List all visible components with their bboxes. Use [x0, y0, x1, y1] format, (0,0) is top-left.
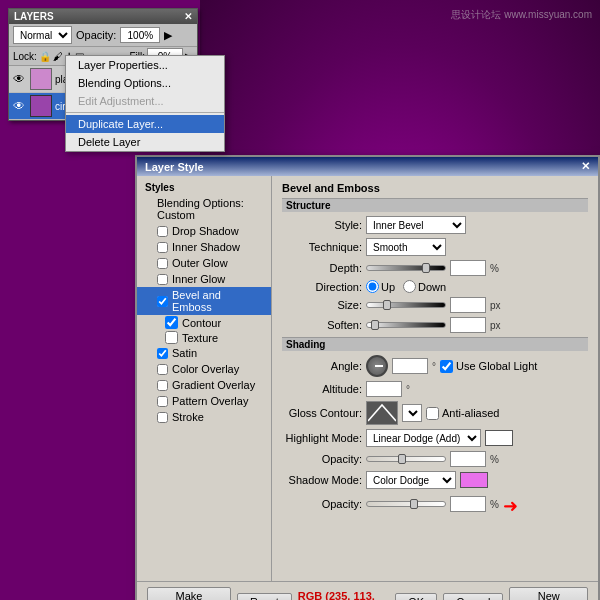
menu-item-layer-properties[interactable]: Layer Properties... — [66, 56, 224, 74]
depth-slider[interactable] — [366, 265, 446, 271]
cancel-button[interactable]: Cancel — [443, 593, 503, 600]
opacity-arrow[interactable]: ▶ — [164, 29, 172, 42]
technique-select[interactable]: Smooth — [366, 238, 446, 256]
bevel-emboss-label: Bevel and Emboss — [172, 289, 263, 313]
highlight-opacity-slider[interactable] — [366, 456, 446, 462]
blend-mode-select[interactable]: Normal — [13, 26, 72, 44]
direction-down-radio[interactable] — [403, 280, 416, 293]
reset-button[interactable]: Reset — [237, 593, 292, 600]
soften-input[interactable]: 1 — [450, 317, 486, 333]
global-light-label[interactable]: Use Global Light — [440, 360, 537, 373]
style-color-overlay[interactable]: Color Overlay — [137, 361, 271, 377]
depth-field-label: Depth: — [282, 262, 362, 274]
direction-field-label: Direction: — [282, 281, 362, 293]
outer-glow-checkbox[interactable] — [157, 258, 168, 269]
highlight-opacity-thumb[interactable] — [398, 454, 406, 464]
style-outer-glow[interactable]: Outer Glow — [137, 255, 271, 271]
brush-icon[interactable]: 🖌 — [53, 51, 63, 62]
inner-glow-checkbox[interactable] — [157, 274, 168, 285]
shadow-opacity-slider[interactable] — [366, 501, 446, 507]
shadow-color-swatch[interactable] — [460, 472, 488, 488]
highlight-opacity-label: Opacity: — [282, 453, 362, 465]
style-texture[interactable]: Texture — [137, 330, 271, 345]
anti-aliased-checkbox[interactable] — [426, 407, 439, 420]
gradient-overlay-label: Gradient Overlay — [172, 379, 255, 391]
menu-item-duplicate-layer[interactable]: Duplicate Layer... — [66, 115, 224, 133]
shadow-opacity-label: Opacity: — [282, 498, 362, 510]
contour-select[interactable]: ▼ — [402, 404, 422, 422]
bevel-emboss-checkbox[interactable] — [157, 296, 168, 307]
opacity-input[interactable] — [120, 27, 160, 43]
dialog-footer: Make Default Reset RGB (235, 113, 236) O… — [137, 581, 598, 600]
direction-up-option[interactable]: Up — [366, 280, 395, 293]
stroke-checkbox[interactable] — [157, 412, 168, 423]
layer-visibility-circ[interactable]: 👁 — [13, 99, 27, 113]
highlight-mode-select[interactable]: Linear Dodge (Add) — [366, 429, 481, 447]
menu-item-blending-options[interactable]: Blending Options... — [66, 74, 224, 92]
depth-input[interactable]: 164 — [450, 260, 486, 276]
make-default-button[interactable]: Make Default — [147, 587, 231, 600]
inner-shadow-label: Inner Shadow — [172, 241, 240, 253]
layer-visibility-pla[interactable]: 👁 — [13, 72, 27, 86]
satin-checkbox[interactable] — [157, 348, 168, 359]
menu-separator — [66, 112, 224, 113]
dialog-body: Styles Blending Options: Custom Drop Sha… — [137, 176, 598, 581]
inner-shadow-checkbox[interactable] — [157, 242, 168, 253]
contour-checkbox[interactable] — [165, 316, 178, 329]
watermark: 思设计论坛 www.missyuan.com — [451, 8, 592, 22]
style-stroke[interactable]: Stroke — [137, 409, 271, 425]
angle-input[interactable]: 120 — [392, 358, 428, 374]
pattern-overlay-checkbox[interactable] — [157, 396, 168, 407]
style-contour[interactable]: Contour — [137, 315, 271, 330]
style-gradient-overlay[interactable]: Gradient Overlay — [137, 377, 271, 393]
style-inner-shadow[interactable]: Inner Shadow — [137, 239, 271, 255]
dialog-close-icon[interactable]: ✕ — [581, 160, 590, 173]
gloss-contour-row: Gloss Contour: ▼ Anti-aliased — [282, 401, 588, 425]
anti-aliased-label[interactable]: Anti-aliased — [426, 407, 499, 420]
blending-options-label: Blending Options: Custom — [157, 197, 263, 221]
shadow-opacity-unit: % — [490, 499, 499, 510]
highlight-opacity-input[interactable]: 45 — [450, 451, 486, 467]
opacity-label: Opacity: — [76, 29, 116, 41]
texture-checkbox[interactable] — [165, 331, 178, 344]
shadow-opacity-thumb[interactable] — [410, 499, 418, 509]
style-drop-shadow[interactable]: Drop Shadow — [137, 223, 271, 239]
soften-row: Soften: 1 px — [282, 317, 588, 333]
satin-label: Satin — [172, 347, 197, 359]
depth-slider-thumb[interactable] — [422, 263, 430, 273]
style-inner-glow[interactable]: Inner Glow — [137, 271, 271, 287]
soften-slider-thumb[interactable] — [371, 320, 379, 330]
direction-up-radio[interactable] — [366, 280, 379, 293]
style-blending-options[interactable]: Blending Options: Custom — [137, 195, 271, 223]
shadow-opacity-input[interactable]: 59 — [450, 496, 486, 512]
menu-item-edit-adjustment: Edit Adjustment... — [66, 92, 224, 110]
direction-down-label: Down — [418, 281, 446, 293]
gloss-contour-preview[interactable] — [366, 401, 398, 425]
lock-icon[interactable]: 🔒 — [39, 51, 51, 62]
new-style-button[interactable]: New Style... — [509, 587, 588, 600]
style-field-label: Style: — [282, 219, 362, 231]
ok-button[interactable]: OK — [395, 593, 437, 600]
context-menu: Layer Properties... Blending Options... … — [65, 55, 225, 152]
direction-down-option[interactable]: Down — [403, 280, 446, 293]
soften-slider[interactable] — [366, 322, 446, 328]
layers-titlebar: LAYERS ✕ — [9, 9, 197, 24]
size-slider-thumb[interactable] — [383, 300, 391, 310]
drop-shadow-checkbox[interactable] — [157, 226, 168, 237]
altitude-input[interactable]: 70 — [366, 381, 402, 397]
close-icon[interactable]: ✕ — [184, 11, 192, 22]
menu-item-delete-layer[interactable]: Delete Layer — [66, 133, 224, 151]
size-input[interactable]: 21 — [450, 297, 486, 313]
color-overlay-checkbox[interactable] — [157, 364, 168, 375]
size-slider[interactable] — [366, 302, 446, 308]
angle-dial[interactable] — [366, 355, 388, 377]
shadow-mode-select[interactable]: Color Dodge — [366, 471, 456, 489]
gradient-overlay-checkbox[interactable] — [157, 380, 168, 391]
style-satin[interactable]: Satin — [137, 345, 271, 361]
style-pattern-overlay[interactable]: Pattern Overlay — [137, 393, 271, 409]
soften-field-label: Soften: — [282, 319, 362, 331]
highlight-color-swatch[interactable] — [485, 430, 513, 446]
style-select[interactable]: Inner Bevel — [366, 216, 466, 234]
style-bevel-emboss[interactable]: Bevel and Emboss — [137, 287, 271, 315]
global-light-checkbox[interactable] — [440, 360, 453, 373]
